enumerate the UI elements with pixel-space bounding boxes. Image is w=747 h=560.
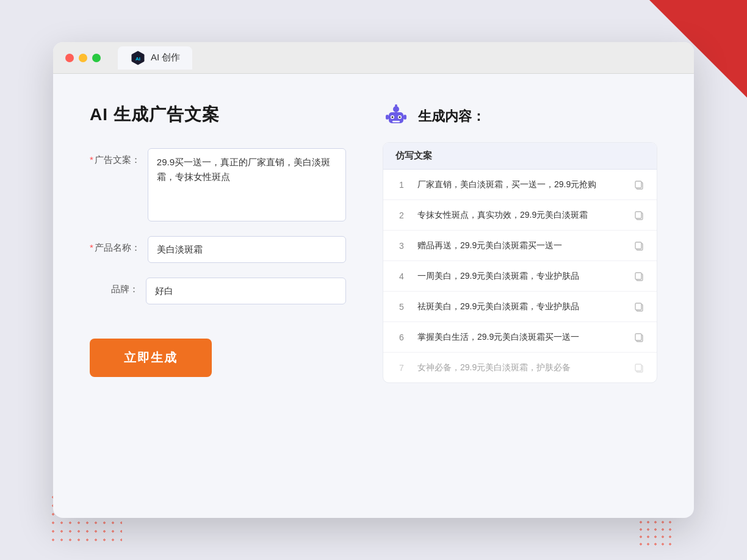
copy-icon[interactable] xyxy=(633,240,644,251)
required-mark-1: * xyxy=(90,154,93,165)
svg-text:AI: AI xyxy=(135,56,140,62)
result-text: 一周美白，29.9元美白淡斑霜，专业护肤品 xyxy=(417,270,624,282)
result-number: 6 xyxy=(395,332,408,342)
generate-button[interactable]: 立即生成 xyxy=(90,339,212,377)
result-row: 3赠品再送，29.9元美白淡斑霜买一送一 xyxy=(383,231,657,261)
copy-icon[interactable] xyxy=(633,301,644,312)
result-text: 赠品再送，29.9元美白淡斑霜买一送一 xyxy=(417,239,624,252)
result-text: 祛斑美白，29.9元美白淡斑霜，专业护肤品 xyxy=(417,300,624,313)
page-title: AI 生成广告文案 xyxy=(90,103,346,126)
form-group-ad-copy: *广告文案： 29.9买一送一，真正的厂家直销，美白淡斑霜，专抹女性斑点 xyxy=(90,148,346,221)
robot-icon xyxy=(383,103,410,130)
ad-copy-textarea[interactable]: 29.9买一送一，真正的厂家直销，美白淡斑霜，专抹女性斑点 xyxy=(148,148,346,221)
results-header: 仿写文案 xyxy=(383,143,657,170)
result-number: 3 xyxy=(395,241,408,251)
result-row: 2专抹女性斑点，真实功效，29.9元美白淡斑霜 xyxy=(383,200,657,231)
ai-hex-icon: AI xyxy=(130,50,146,66)
right-panel: 生成内容： 仿写文案 1厂家直销，美白淡斑霜，买一送一，29.9元抢购 2专抹女… xyxy=(383,103,657,494)
svg-rect-20 xyxy=(635,273,641,279)
tab-label: AI 创作 xyxy=(151,52,180,63)
result-row: 1厂家直销，美白淡斑霜，买一送一，29.9元抢购 xyxy=(383,170,657,200)
close-button[interactable] xyxy=(65,54,74,62)
result-row: 7女神必备，29.9元美白淡斑霜，护肤必备 xyxy=(383,353,657,382)
result-number: 2 xyxy=(395,210,408,220)
copy-icon[interactable] xyxy=(633,332,644,343)
svg-point-7 xyxy=(399,117,401,118)
browser-titlebar: AI AI 创作 xyxy=(53,42,694,74)
result-text: 掌握美白生活，29.9元美白淡斑霜买一送一 xyxy=(417,331,624,343)
results-list: 1厂家直销，美白淡斑霜，买一送一，29.9元抢购 2专抹女性斑点，真实功效，29… xyxy=(383,170,657,382)
svg-rect-8 xyxy=(392,121,400,123)
svg-rect-16 xyxy=(635,212,641,218)
product-name-label: *产品名称： xyxy=(90,236,140,254)
right-title: 生成内容： xyxy=(418,107,485,126)
browser-content: AI 生成广告文案 *广告文案： 29.9买一送一，真正的厂家直销，美白淡斑霜，… xyxy=(53,74,694,518)
result-row: 6掌握美白生活，29.9元美白淡斑霜买一送一 xyxy=(383,322,657,353)
svg-point-10 xyxy=(395,104,397,107)
traffic-lights xyxy=(65,54,101,62)
svg-rect-24 xyxy=(635,334,641,340)
result-number: 1 xyxy=(395,180,408,190)
svg-point-6 xyxy=(392,117,394,118)
required-mark-2: * xyxy=(90,242,93,253)
result-text: 专抹女性斑点，真实功效，29.9元美白淡斑霜 xyxy=(417,209,624,221)
copy-icon[interactable] xyxy=(633,179,644,190)
result-row: 5祛斑美白，29.9元美白淡斑霜，专业护肤品 xyxy=(383,292,657,322)
browser-window: AI AI 创作 AI 生成广告文案 *广告文案： 29.9买一送一，真正的厂家… xyxy=(53,42,694,518)
svg-rect-12 xyxy=(403,115,406,120)
result-row: 4一周美白，29.9元美白淡斑霜，专业护肤品 xyxy=(383,261,657,292)
browser-tab[interactable]: AI AI 创作 xyxy=(118,46,192,70)
copy-icon[interactable] xyxy=(633,271,644,282)
result-number: 7 xyxy=(395,363,408,373)
result-number: 4 xyxy=(395,271,408,281)
ad-copy-label: *广告文案： xyxy=(90,148,140,166)
svg-rect-11 xyxy=(386,115,389,120)
svg-rect-18 xyxy=(635,242,641,249)
minimize-button[interactable] xyxy=(79,54,87,62)
result-number: 5 xyxy=(395,302,408,312)
maximize-button[interactable] xyxy=(92,54,101,62)
svg-rect-26 xyxy=(635,364,641,371)
product-name-input[interactable] xyxy=(148,236,346,263)
right-header: 生成内容： xyxy=(383,103,657,130)
form-group-brand: 品牌： xyxy=(90,278,346,304)
results-table: 仿写文案 1厂家直销，美白淡斑霜，买一送一，29.9元抢购 2专抹女性斑点，真实… xyxy=(383,142,657,383)
brand-label: 品牌： xyxy=(90,278,139,295)
copy-icon[interactable] xyxy=(633,210,644,221)
result-text: 女神必备，29.9元美白淡斑霜，护肤必备 xyxy=(417,361,624,374)
brand-input[interactable] xyxy=(146,278,346,304)
svg-rect-14 xyxy=(635,181,641,188)
form-group-product-name: *产品名称： xyxy=(90,236,346,263)
copy-icon[interactable] xyxy=(633,362,644,373)
svg-rect-22 xyxy=(635,303,641,310)
left-panel: AI 生成广告文案 *广告文案： 29.9买一送一，真正的厂家直销，美白淡斑霜，… xyxy=(90,103,346,494)
result-text: 厂家直销，美白淡斑霜，买一送一，29.9元抢购 xyxy=(417,178,624,191)
